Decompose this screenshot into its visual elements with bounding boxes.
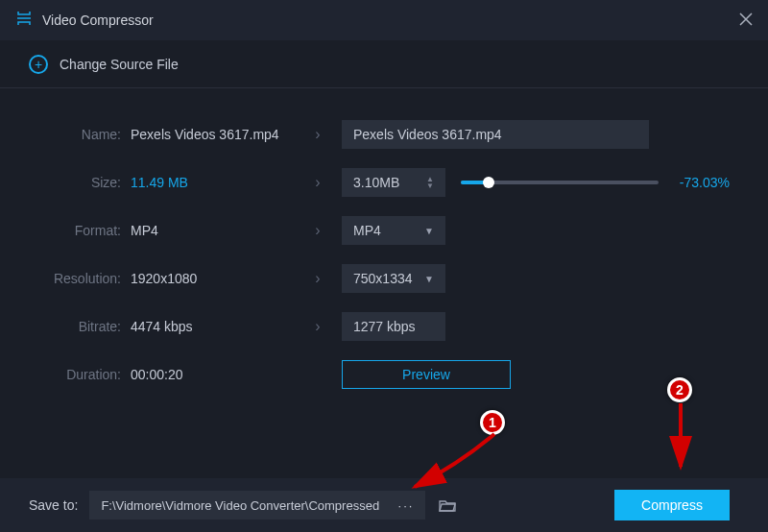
compress-button[interactable]: Compress (614, 490, 730, 520)
stepper-arrows-icon[interactable]: ▲▼ (426, 176, 434, 189)
close-icon[interactable] (739, 11, 753, 31)
chevron-right-icon: › (315, 222, 320, 239)
footer-bar: Save to: F:\Vidmore\Vidmore Video Conver… (0, 478, 768, 532)
chevron-right-icon: › (315, 318, 320, 335)
label-saveto: Save to: (29, 497, 78, 513)
original-format: MP4 (131, 223, 294, 238)
row-resolution: Resolution: 1920x1080 › 750x1334▼ (38, 261, 730, 296)
label-size: Size: (38, 175, 131, 190)
output-size-stepper[interactable]: 3.10MB ▲▼ (342, 168, 445, 197)
save-path-field[interactable]: F:\Vidmore\Vidmore Video Converter\Compr… (89, 491, 425, 520)
original-resolution: 1920x1080 (131, 271, 294, 286)
save-path-text: F:\Vidmore\Vidmore Video Converter\Compr… (101, 498, 379, 513)
add-icon: + (29, 55, 48, 74)
change-source-label: Change Source File (60, 57, 179, 72)
output-format-select[interactable]: MP4▼ (342, 216, 445, 245)
caret-down-icon: ▼ (424, 226, 434, 236)
more-options-icon[interactable]: ··· (398, 498, 415, 513)
row-name: Name: Pexels Videos 3617.mp4 › Pexels Vi… (38, 117, 730, 152)
chevron-right-icon: › (315, 126, 320, 143)
annotation-badge-1: 1 (480, 410, 505, 435)
settings-panel: Name: Pexels Videos 3617.mp4 › Pexels Vi… (0, 88, 768, 424)
size-slider[interactable] (461, 181, 659, 184)
preview-button[interactable]: Preview (342, 360, 511, 389)
label-bitrate: Bitrate: (38, 319, 131, 334)
label-duration: Duration: (38, 367, 131, 382)
row-duration: Duration: 00:00:20 Preview (38, 357, 730, 392)
label-format: Format: (38, 223, 131, 238)
open-folder-icon[interactable] (437, 495, 458, 516)
chevron-right-icon: › (315, 174, 320, 191)
label-resolution: Resolution: (38, 271, 131, 286)
label-name: Name: (38, 127, 131, 142)
row-bitrate: Bitrate: 4474 kbps › 1277 kbps (38, 309, 730, 344)
output-bitrate-field[interactable]: 1277 kbps (342, 312, 445, 341)
row-size: Size: 11.49 MB › 3.10MB ▲▼ -73.03% (38, 165, 730, 200)
compression-percent: -73.03% (670, 175, 730, 190)
change-source-row[interactable]: + Change Source File (0, 40, 768, 88)
row-format: Format: MP4 › MP4▼ (38, 213, 730, 248)
annotation-badge-2: 2 (667, 377, 692, 402)
original-duration: 00:00:20 (131, 367, 294, 382)
window-title: Video Compressor (42, 12, 154, 28)
compress-app-icon (15, 10, 33, 31)
output-name-field[interactable]: Pexels Videos 3617.mp4 (342, 120, 649, 149)
output-resolution-select[interactable]: 750x1334▼ (342, 264, 445, 293)
original-bitrate: 4474 kbps (131, 319, 294, 334)
chevron-right-icon: › (315, 270, 320, 287)
caret-down-icon: ▼ (424, 274, 434, 284)
title-bar: Video Compressor (0, 0, 768, 40)
original-size: 11.49 MB (131, 175, 294, 190)
original-name: Pexels Videos 3617.mp4 (131, 127, 294, 142)
